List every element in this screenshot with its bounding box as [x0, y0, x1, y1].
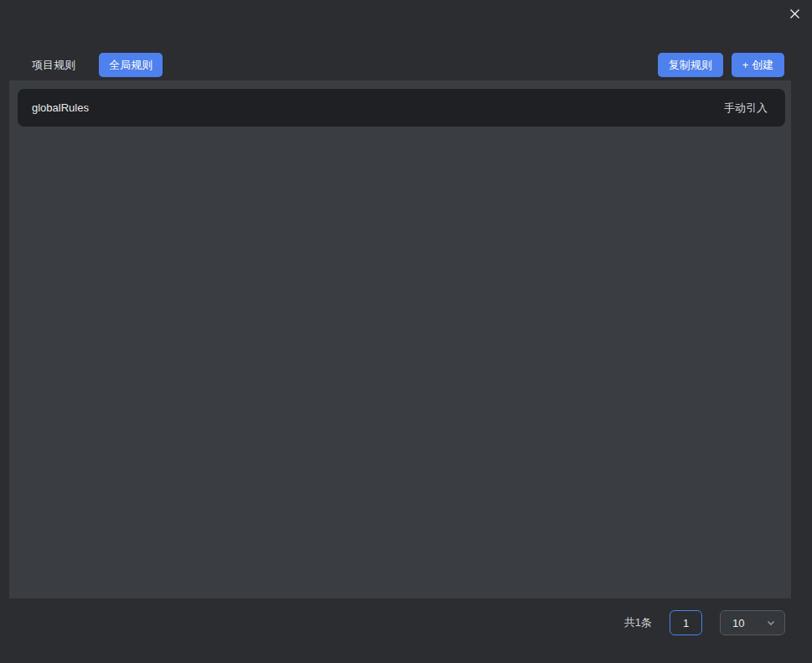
- close-button[interactable]: [786, 5, 803, 22]
- copy-rules-button[interactable]: 复制规则: [658, 53, 723, 77]
- page-number-button[interactable]: 1: [670, 610, 702, 635]
- page-size-value: 10: [732, 617, 744, 629]
- chevron-down-icon: [766, 618, 776, 628]
- create-button[interactable]: + 创建: [732, 53, 784, 77]
- total-count-label: 共1条: [624, 615, 652, 630]
- close-icon: [789, 8, 800, 19]
- rule-import-type-badge: 手动引入: [724, 101, 768, 116]
- header: 项目规则 全局规则 复制规则 + 创建: [32, 52, 784, 77]
- rules-list-panel: globalRules 手动引入: [9, 80, 791, 598]
- pagination-bar: 共1条 1 10: [624, 610, 785, 635]
- rule-name: globalRules: [32, 101, 89, 114]
- tab-global-rules[interactable]: 全局规则: [99, 53, 163, 77]
- tab-project-rules[interactable]: 项目规则: [32, 53, 75, 77]
- rule-list-item[interactable]: globalRules 手动引入: [18, 89, 785, 127]
- page-number-value: 1: [683, 617, 689, 629]
- page-size-select[interactable]: 10: [720, 610, 785, 635]
